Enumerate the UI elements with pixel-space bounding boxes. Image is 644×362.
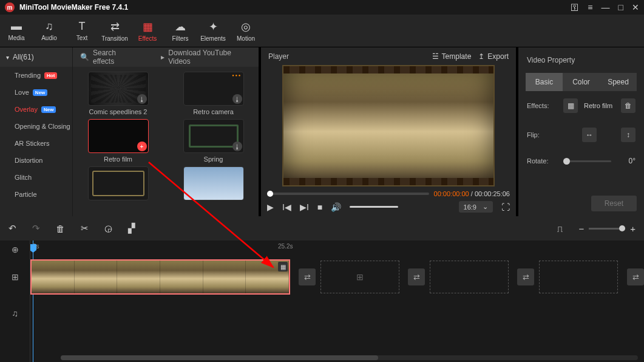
effect-item-5[interactable] (78, 166, 158, 200)
zoom-in-button[interactable]: + (630, 224, 636, 234)
tab-basic[interactable]: Basic (526, 73, 563, 91)
effect-thumb-icon[interactable]: ▦ (563, 98, 578, 113)
youtube-icon: ▸ (161, 53, 164, 61)
zoom-out-button[interactable]: − (578, 224, 584, 234)
hamburger-icon[interactable]: ≡ (588, 2, 592, 12)
rotate-value: 0° (617, 157, 636, 165)
maximize-button[interactable]: □ (619, 2, 623, 12)
prev-frame-button[interactable]: I◀ (282, 202, 291, 212)
volume-slider[interactable] (350, 206, 398, 208)
delete-button[interactable]: 🗑 (56, 224, 65, 234)
minimize-button[interactable]: — (602, 2, 610, 12)
download-youtube-link[interactable]: ▸Download YouTube Videos (161, 49, 251, 66)
delete-effect-button[interactable]: 🗑 (621, 98, 636, 113)
tab-text[interactable]: TText (66, 15, 98, 47)
audio-track-icon: ♫ (0, 295, 30, 332)
fullscreen-button[interactable]: ⛶ (501, 202, 510, 212)
tab-speed[interactable]: Speed (600, 73, 637, 91)
reset-button[interactable]: Reset (591, 196, 637, 211)
tab-media[interactable]: ▬Media (0, 15, 33, 47)
transition-slot[interactable]: ⇄ (517, 268, 534, 285)
chevron-down-icon: ▾ (6, 54, 9, 61)
redo-button[interactable]: ↷ (32, 223, 40, 234)
next-frame-button[interactable]: ▶I (300, 202, 309, 212)
effect-comic-speedlines-2[interactable]: ⭳Comic speedlines 2 (78, 72, 158, 115)
undo-button[interactable]: ↶ (8, 223, 16, 234)
category-all[interactable]: ▾All(61) (0, 47, 72, 67)
close-button[interactable]: ✕ (632, 2, 639, 12)
zoom-slider[interactable] (589, 228, 625, 230)
export-button[interactable]: ↥Export (478, 52, 509, 61)
effect-retro-film[interactable]: +Retro film (78, 119, 158, 163)
timeline-scrollbar[interactable] (61, 355, 638, 360)
split-button[interactable]: ✂ (81, 223, 89, 234)
effect-name: Retro film (584, 102, 615, 109)
category-trending[interactable]: TrendingHot (0, 67, 72, 84)
volume-icon[interactable]: 🔊 (331, 202, 341, 212)
video-track-icon: ⊞ (0, 259, 30, 295)
crop-button[interactable]: ▞ (128, 223, 135, 234)
key-icon[interactable]: ⚿ (571, 2, 579, 12)
export-icon: ↥ (478, 52, 484, 61)
video-track[interactable]: ▦ ⇄ ⊞ ⇄ ⇄ ⇄ (30, 259, 644, 295)
elements-icon: ✦ (209, 20, 218, 33)
stop-button[interactable]: ■ (317, 202, 322, 212)
effect-retro-camera[interactable]: ⭳Retro camera (173, 72, 254, 115)
clip-effects-icon[interactable]: ▦ (278, 262, 288, 272)
effect-spring[interactable]: ⭳Spring (173, 119, 254, 163)
flip-vertical-button[interactable]: ↕ (621, 128, 636, 142)
tab-effects[interactable]: ▦Effects (131, 15, 164, 47)
transition-slot[interactable]: ⇄ (408, 268, 425, 285)
audio-track[interactable] (30, 295, 644, 332)
download-icon[interactable]: ⭳ (232, 94, 242, 104)
tab-filters[interactable]: ☁Filters (164, 15, 197, 47)
video-clip[interactable]: ▦ (30, 259, 290, 295)
app-logo: m (5, 2, 15, 12)
video-property-title: Video Property (518, 47, 644, 73)
seek-slider[interactable] (267, 193, 429, 195)
play-button[interactable]: ▶ (267, 202, 274, 212)
tab-color[interactable]: Color (563, 73, 600, 91)
add-track-button[interactable]: ⊕ (0, 241, 30, 259)
fit-button[interactable]: ⎍ (557, 224, 563, 234)
aspect-ratio-select[interactable]: 16:9⌄ (459, 201, 493, 213)
template-icon: ☱ (432, 52, 439, 61)
player-title: Player (268, 52, 425, 61)
flip-horizontal-button[interactable]: ↔ (582, 128, 597, 142)
effects-label: Effects: (527, 102, 557, 109)
category-distortion[interactable]: Distortion (0, 152, 72, 169)
text-icon: T (79, 20, 86, 33)
folder-icon: ▬ (11, 20, 22, 33)
tab-transition[interactable]: ⇄Transition (98, 15, 131, 47)
download-icon[interactable]: ⭳ (232, 142, 242, 151)
speed-button[interactable]: ◶ (104, 223, 112, 234)
clip-placeholder[interactable]: ⊞ (320, 261, 399, 293)
effect-item-6[interactable] (173, 166, 254, 200)
timeline-ruler[interactable]: 0s 25.2s (30, 241, 644, 259)
transition-slot[interactable]: ⇄ (627, 268, 644, 285)
template-button[interactable]: ☱Template (432, 52, 472, 61)
download-icon[interactable]: ⭳ (137, 94, 147, 104)
category-opening-closing[interactable]: Opening & Closing (0, 118, 72, 135)
app-title: MiniTool MovieMaker Free 7.4.1 (19, 3, 566, 12)
clip-placeholder[interactable] (539, 261, 618, 293)
transition-slot[interactable]: ⇄ (299, 268, 316, 285)
tab-elements[interactable]: ✦Elements (197, 15, 229, 47)
clip-placeholder[interactable] (430, 261, 509, 293)
add-icon[interactable]: + (137, 142, 147, 151)
video-preview[interactable] (261, 65, 516, 186)
category-glitch[interactable]: Glitch (0, 169, 72, 186)
tab-audio[interactable]: ♫Audio (33, 15, 66, 47)
category-love[interactable]: LoveNew (0, 84, 72, 101)
motion-icon: ◎ (241, 20, 251, 33)
rotate-label: Rotate: (527, 157, 557, 165)
rotate-slider[interactable] (563, 160, 611, 162)
category-overlay[interactable]: OverlayNew (0, 101, 72, 118)
transition-icon: ⇄ (110, 20, 120, 33)
search-input[interactable]: 🔍Search effects (80, 49, 137, 66)
chevron-down-icon: ⌄ (483, 203, 488, 211)
tab-motion[interactable]: ◎Motion (229, 15, 262, 47)
category-ar-stickers[interactable]: AR Stickers (0, 135, 72, 152)
category-particle[interactable]: Particle (0, 186, 72, 203)
effects-icon: ▦ (143, 20, 153, 33)
